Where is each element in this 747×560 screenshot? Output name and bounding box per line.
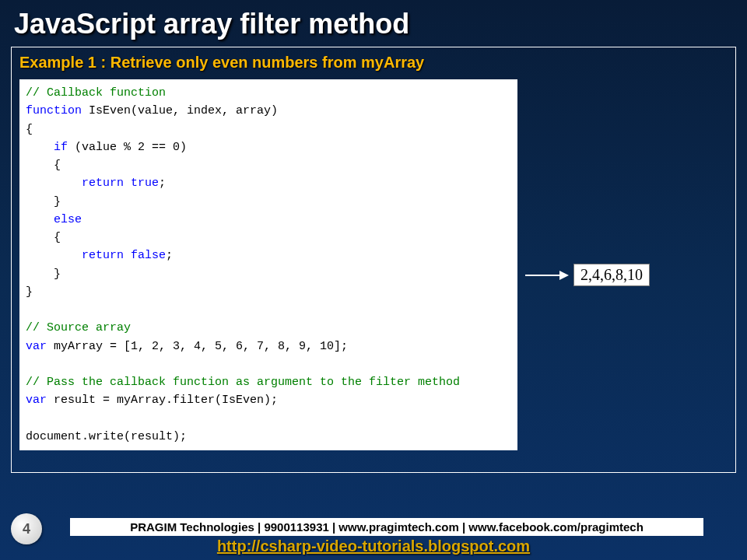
slide-title: JavaScript array filter method <box>0 0 747 47</box>
code-block: // Callback function function IsEven(val… <box>19 79 517 450</box>
content-panel: Example 1 : Retrieve only even numbers f… <box>11 47 736 473</box>
footer-info-bar: PRAGIM Technologies | 9900113931 | www.p… <box>70 518 703 536</box>
output-group: 2,4,6,8,10 <box>525 264 650 286</box>
page-number-badge: 4 <box>11 513 42 544</box>
footer: PRAGIM Technologies | 9900113931 | www.p… <box>0 518 747 555</box>
svg-marker-1 <box>559 271 569 280</box>
arrow-icon <box>525 269 569 282</box>
output-value: 2,4,6,8,10 <box>573 264 650 286</box>
footer-link[interactable]: http://csharp-video-tutorials.blogspot.c… <box>217 537 530 555</box>
footer-link-row: http://csharp-video-tutorials.blogspot.c… <box>0 537 747 555</box>
example-heading: Example 1 : Retrieve only even numbers f… <box>19 54 728 72</box>
